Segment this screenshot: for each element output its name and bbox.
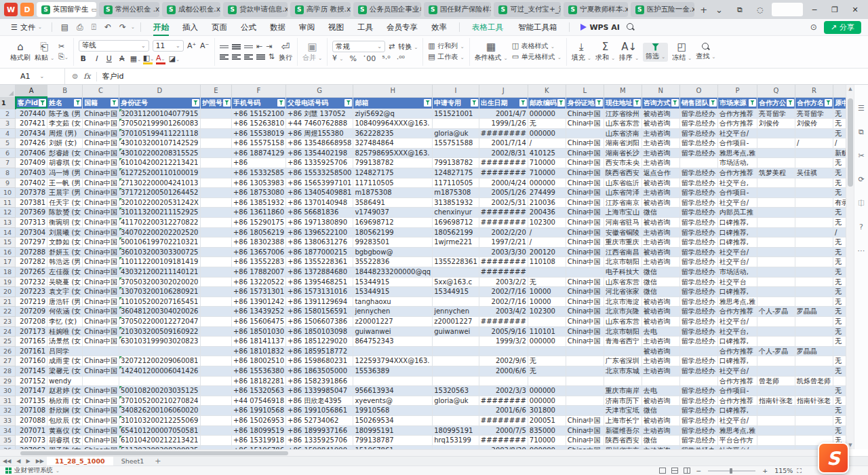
- cell[interactable]: China中国: [83, 287, 119, 297]
- cell[interactable]: +86 18182281: [231, 376, 285, 386]
- row-number[interactable]: 8: [0, 168, 16, 178]
- cell[interactable]: +86 15332585: [231, 168, 285, 178]
- cell[interactable]: 340826200106060020: [119, 406, 200, 416]
- cell[interactable]: 207313: [16, 218, 47, 228]
- cell[interactable]: 冯一博 (男: [47, 168, 83, 178]
- print-preview-icon[interactable]: ⍐: [88, 22, 100, 32]
- cell[interactable]: China中国: [566, 188, 604, 198]
- cell[interactable]: 山东省东营: [604, 119, 642, 129]
- cell[interactable]: 留学总经办: [679, 337, 717, 347]
- cell[interactable]: [757, 436, 795, 446]
- cell[interactable]: 无: [528, 277, 566, 287]
- undo-icon[interactable]: ↶: [101, 22, 115, 32]
- row-number[interactable]: 22: [0, 307, 16, 317]
- cell[interactable]: [604, 346, 642, 356]
- cell[interactable]: China中国: [566, 257, 604, 267]
- cell[interactable]: /: [528, 227, 566, 238]
- cut-icon[interactable]: ✂: [58, 43, 68, 51]
- cell[interactable]: +86 1851229020: [286, 337, 353, 347]
- cell[interactable]: [200, 436, 231, 446]
- merge-button[interactable]: ▣ 合并 ⌄: [302, 41, 322, 62]
- cell[interactable]: 主动咨询: [642, 257, 679, 267]
- filter-dropdown-icon[interactable]: [749, 99, 756, 107]
- cell[interactable]: +86 15533258500: [286, 168, 353, 178]
- cell[interactable]: 被动咨询: [642, 109, 679, 119]
- wps-logo-icon[interactable]: W: [4, 3, 18, 16]
- row-number[interactable]: 32: [0, 406, 16, 416]
- doc-assistant-icon[interactable]: D: [20, 3, 34, 16]
- cell[interactable]: +86 18141137: [231, 337, 285, 347]
- table-row[interactable]: 15207297文静如 (女China中国500106199702210321+…: [0, 238, 846, 248]
- row-number[interactable]: 4: [0, 128, 16, 138]
- cell[interactable]: 799138782: [353, 158, 433, 168]
- cell[interactable]: 赵君婷 (女: [47, 386, 83, 396]
- cell[interactable]: 无: [833, 287, 846, 297]
- align-bottom-icon[interactable]: [244, 44, 253, 50]
- cell[interactable]: 371721200501264452: [119, 188, 200, 198]
- cell[interactable]: China中国: [83, 227, 119, 238]
- cell[interactable]: [642, 376, 679, 386]
- cell[interactable]: +86 18101832: [231, 346, 285, 356]
- cell[interactable]: [757, 178, 795, 188]
- cell[interactable]: 主动咨询: [642, 356, 679, 366]
- cell[interactable]: 2002/9/6: [479, 356, 528, 366]
- cell[interactable]: [795, 366, 833, 376]
- cell[interactable]: 留学总经办: [679, 396, 717, 406]
- cell[interactable]: 社交平台/: [717, 197, 757, 208]
- cell[interactable]: 835000: [528, 425, 566, 436]
- cell[interactable]: 口碑推荐,: [717, 406, 757, 416]
- cell[interactable]: 207304: [16, 227, 47, 238]
- row-number[interactable]: 18: [0, 267, 16, 278]
- cell[interactable]: 电子科技大: [604, 267, 642, 278]
- header-cell[interactable]: 邮箱: [353, 97, 433, 109]
- cell[interactable]: 社交平台/: [717, 247, 757, 257]
- cell[interactable]: China中国: [83, 138, 119, 149]
- cell[interactable]: [757, 247, 795, 257]
- cell[interactable]: [757, 356, 795, 366]
- menu-tab-1[interactable]: 插入: [176, 21, 205, 34]
- cell[interactable]: 主动咨询: [642, 366, 679, 376]
- cell[interactable]: [433, 366, 479, 376]
- cell[interactable]: +86 15606475: [231, 316, 285, 326]
- cell[interactable]: China中国: [566, 158, 604, 168]
- header-cell[interactable]: 出生日期: [479, 97, 528, 109]
- cell[interactable]: [200, 168, 231, 178]
- cell[interactable]: 留学总经办: [679, 297, 717, 307]
- cell[interactable]: [433, 346, 479, 356]
- cell[interactable]: [433, 119, 479, 129]
- cell[interactable]: 825798695XXX@163.: [353, 148, 433, 158]
- table-row[interactable]: 25207165汤景然 (女China中国630103199903020823+…: [0, 337, 846, 347]
- cell[interactable]: +86 1863505000: [286, 366, 353, 376]
- help-icon[interactable]: ?: [859, 223, 863, 231]
- filter-dropdown-icon[interactable]: [519, 99, 527, 107]
- share-button[interactable]: ↗ 分享: [824, 21, 861, 34]
- row-number[interactable]: 31: [0, 396, 16, 406]
- cell[interactable]: [83, 376, 119, 386]
- cell[interactable]: 430321200211140121: [119, 267, 200, 278]
- cell[interactable]: [200, 247, 231, 257]
- cell[interactable]: China中国: [566, 247, 604, 257]
- cell[interactable]: 18448233200000@qq: [353, 267, 433, 278]
- cell[interactable]: 2003/3/30: [479, 247, 528, 257]
- col-header-C[interactable]: C: [83, 85, 119, 97]
- cell[interactable]: 19910568: [353, 406, 433, 416]
- header-cell[interactable]: 合作方名: [795, 97, 833, 109]
- cell[interactable]: 王晨宇 (男: [47, 188, 83, 198]
- cell[interactable]: 江苏省徐州: [604, 109, 642, 119]
- cell[interactable]: xyevents@: [353, 396, 433, 406]
- cell[interactable]: 110105200207165451: [119, 297, 200, 307]
- formula-input[interactable]: 客户id: [102, 71, 124, 81]
- cell[interactable]: 2003/4/2: [479, 307, 528, 317]
- cell[interactable]: 117110505: [433, 178, 479, 188]
- cell[interactable]: /: [795, 138, 833, 149]
- cell[interactable]: +86 15152100: [231, 109, 285, 119]
- cell[interactable]: 微信: [642, 277, 679, 287]
- cell[interactable]: 去电: [642, 386, 679, 396]
- cell[interactable]: 271302200004241013: [119, 178, 200, 188]
- cell[interactable]: +86 19910568: [231, 406, 285, 416]
- col-header-G[interactable]: G: [286, 85, 353, 97]
- cell[interactable]: China中国: [83, 158, 119, 168]
- table-row[interactable]: 16207288舒妍玉 (女China中国360103200303300725+…: [0, 247, 846, 257]
- cell[interactable]: [200, 376, 231, 386]
- cell[interactable]: +86 1573131016: [286, 287, 353, 297]
